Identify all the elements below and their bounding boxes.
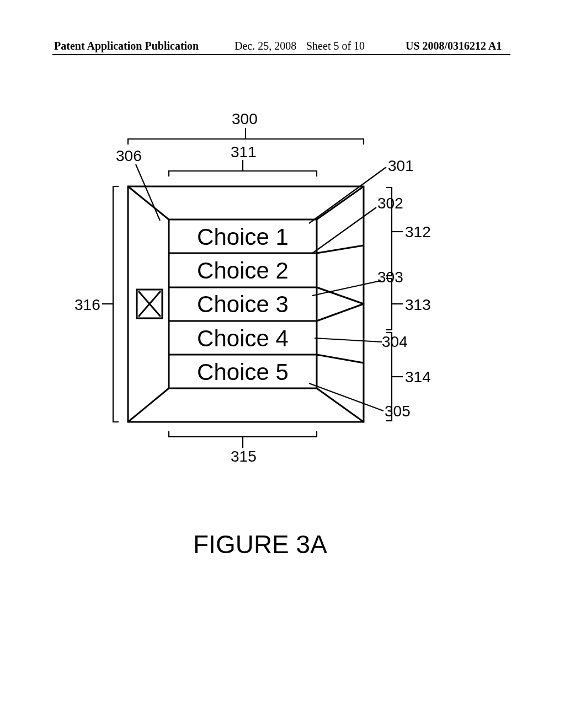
svg-line-27 — [312, 281, 381, 296]
svg-line-12 — [317, 304, 364, 321]
label-302: 302 — [377, 195, 403, 212]
svg-line-8 — [128, 388, 169, 422]
label-315: 315 — [231, 448, 257, 465]
figure-caption: FIGURE 3A — [193, 529, 327, 559]
choice-2: Choice 2 — [169, 258, 317, 284]
svg-line-28 — [315, 338, 382, 342]
label-313: 313 — [405, 296, 431, 314]
label-303: 303 — [377, 269, 403, 286]
label-305: 305 — [385, 403, 411, 420]
label-316: 316 — [74, 296, 100, 314]
choice-5: Choice 5 — [169, 359, 317, 386]
label-304: 304 — [382, 333, 408, 351]
svg-line-29 — [309, 383, 383, 411]
svg-line-13 — [317, 355, 364, 363]
choice-4: Choice 4 — [169, 325, 317, 352]
label-306: 306 — [116, 147, 142, 165]
choice-1: Choice 1 — [169, 224, 317, 250]
label-311: 311 — [231, 143, 257, 161]
label-300: 300 — [232, 110, 258, 128]
svg-line-7 — [317, 186, 364, 220]
svg-line-24 — [136, 164, 160, 221]
svg-line-10 — [317, 245, 364, 253]
svg-line-6 — [128, 186, 169, 220]
svg-line-9 — [317, 388, 364, 422]
label-301: 301 — [388, 157, 414, 175]
label-312: 312 — [405, 223, 431, 241]
label-314: 314 — [405, 368, 431, 386]
svg-line-25 — [309, 167, 386, 223]
page: Patent Application Publication Dec. 25, … — [0, 0, 565, 728]
choice-3: Choice 3 — [169, 291, 317, 318]
